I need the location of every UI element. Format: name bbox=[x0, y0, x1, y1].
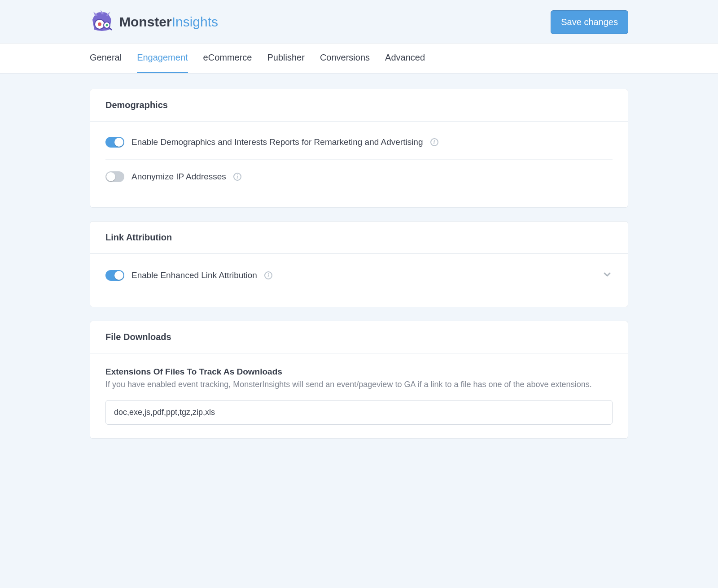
row-enable-demographics: Enable Demographics and Interests Report… bbox=[105, 125, 613, 160]
panel-link-attribution: Link Attribution Enable Enhanced Link At… bbox=[90, 221, 628, 307]
toggle-anonymize-ip[interactable] bbox=[105, 171, 124, 182]
tab-publisher[interactable]: Publisher bbox=[267, 44, 305, 73]
brand-text: MonsterInsights bbox=[119, 14, 218, 30]
chevron-down-icon[interactable] bbox=[602, 269, 613, 282]
panel-demographics: Demographics Enable Demographics and Int… bbox=[90, 89, 628, 208]
label-enable-demographics: Enable Demographics and Interests Report… bbox=[131, 137, 423, 147]
save-button[interactable]: Save changes bbox=[551, 10, 628, 34]
field-desc-extensions: If you have enabled event tracking, Mons… bbox=[105, 379, 613, 390]
tab-engagement[interactable]: Engagement bbox=[137, 44, 188, 73]
brand-logo: MonsterInsights bbox=[90, 10, 218, 34]
tabs-bar: General Engagement eCommerce Publisher C… bbox=[0, 44, 718, 74]
tab-general[interactable]: General bbox=[90, 44, 122, 73]
panel-title-demographics: Demographics bbox=[90, 89, 628, 122]
tab-ecommerce[interactable]: eCommerce bbox=[203, 44, 252, 73]
svg-point-2 bbox=[98, 22, 101, 26]
row-anonymize-ip: Anonymize IP Addresses i bbox=[105, 160, 613, 194]
svg-point-5 bbox=[106, 24, 108, 26]
field-title-extensions: Extensions Of Files To Track As Download… bbox=[105, 367, 613, 377]
brand-text-a: Monster bbox=[119, 14, 172, 29]
info-icon[interactable]: i bbox=[264, 271, 272, 279]
label-anonymize-ip: Anonymize IP Addresses bbox=[131, 172, 226, 182]
label-enhanced-link-attr: Enable Enhanced Link Attribution bbox=[131, 270, 257, 280]
toggle-enhanced-link-attr[interactable] bbox=[105, 270, 124, 281]
row-enhanced-link-attr: Enable Enhanced Link Attribution i bbox=[105, 257, 613, 293]
info-icon[interactable]: i bbox=[430, 138, 438, 146]
header-region: MonsterInsights Save changes bbox=[0, 0, 718, 44]
panel-file-downloads: File Downloads Extensions Of Files To Tr… bbox=[90, 321, 628, 439]
brand-text-b: Insights bbox=[172, 14, 218, 29]
tab-advanced[interactable]: Advanced bbox=[385, 44, 425, 73]
input-extensions[interactable] bbox=[105, 400, 613, 425]
info-icon[interactable]: i bbox=[233, 173, 241, 181]
panel-title-link-attribution: Link Attribution bbox=[90, 222, 628, 254]
content: Demographics Enable Demographics and Int… bbox=[90, 74, 628, 475]
panel-title-file-downloads: File Downloads bbox=[90, 321, 628, 353]
brand-mark bbox=[90, 10, 114, 34]
tab-conversions[interactable]: Conversions bbox=[320, 44, 370, 73]
toggle-enable-demographics[interactable] bbox=[105, 137, 124, 148]
